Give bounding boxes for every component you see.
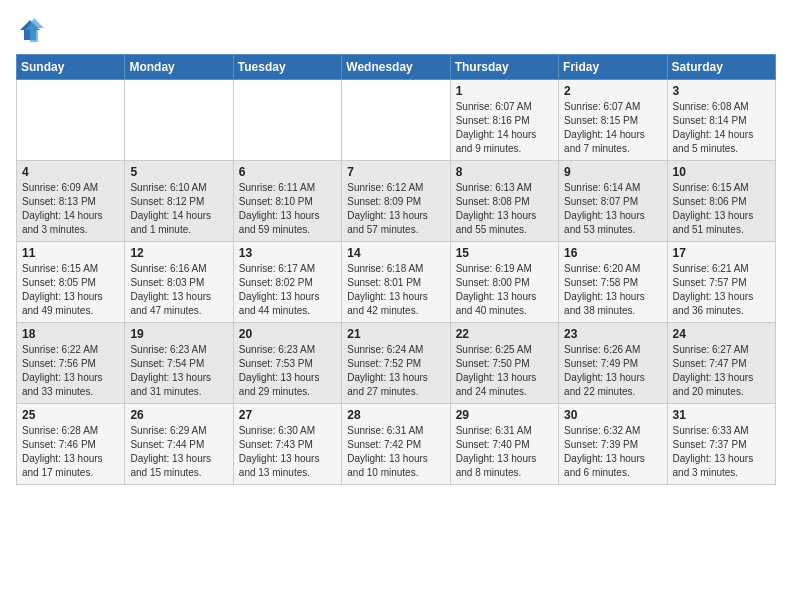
calendar-header-row: SundayMondayTuesdayWednesdayThursdayFrid… — [17, 55, 776, 80]
day-number: 29 — [456, 408, 553, 422]
day-number: 18 — [22, 327, 119, 341]
day-number: 23 — [564, 327, 661, 341]
day-number: 8 — [456, 165, 553, 179]
day-number: 4 — [22, 165, 119, 179]
day-number: 20 — [239, 327, 336, 341]
weekday-header: Friday — [559, 55, 667, 80]
day-info: Sunrise: 6:10 AM Sunset: 8:12 PM Dayligh… — [130, 181, 227, 237]
day-info: Sunrise: 6:33 AM Sunset: 7:37 PM Dayligh… — [673, 424, 770, 480]
calendar-cell: 7Sunrise: 6:12 AM Sunset: 8:09 PM Daylig… — [342, 161, 450, 242]
day-info: Sunrise: 6:31 AM Sunset: 7:42 PM Dayligh… — [347, 424, 444, 480]
day-info: Sunrise: 6:12 AM Sunset: 8:09 PM Dayligh… — [347, 181, 444, 237]
day-number: 3 — [673, 84, 770, 98]
day-number: 5 — [130, 165, 227, 179]
day-number: 17 — [673, 246, 770, 260]
calendar-table: SundayMondayTuesdayWednesdayThursdayFrid… — [16, 54, 776, 485]
day-info: Sunrise: 6:15 AM Sunset: 8:06 PM Dayligh… — [673, 181, 770, 237]
day-info: Sunrise: 6:09 AM Sunset: 8:13 PM Dayligh… — [22, 181, 119, 237]
day-info: Sunrise: 6:18 AM Sunset: 8:01 PM Dayligh… — [347, 262, 444, 318]
day-info: Sunrise: 6:23 AM Sunset: 7:54 PM Dayligh… — [130, 343, 227, 399]
day-info: Sunrise: 6:20 AM Sunset: 7:58 PM Dayligh… — [564, 262, 661, 318]
calendar-cell: 3Sunrise: 6:08 AM Sunset: 8:14 PM Daylig… — [667, 80, 775, 161]
day-info: Sunrise: 6:24 AM Sunset: 7:52 PM Dayligh… — [347, 343, 444, 399]
calendar-week-row: 18Sunrise: 6:22 AM Sunset: 7:56 PM Dayli… — [17, 323, 776, 404]
day-number: 30 — [564, 408, 661, 422]
day-info: Sunrise: 6:25 AM Sunset: 7:50 PM Dayligh… — [456, 343, 553, 399]
calendar-cell: 22Sunrise: 6:25 AM Sunset: 7:50 PM Dayli… — [450, 323, 558, 404]
day-number: 9 — [564, 165, 661, 179]
weekday-header: Saturday — [667, 55, 775, 80]
logo-icon — [16, 16, 44, 44]
day-info: Sunrise: 6:22 AM Sunset: 7:56 PM Dayligh… — [22, 343, 119, 399]
weekday-header: Monday — [125, 55, 233, 80]
calendar-week-row: 1Sunrise: 6:07 AM Sunset: 8:16 PM Daylig… — [17, 80, 776, 161]
day-info: Sunrise: 6:07 AM Sunset: 8:15 PM Dayligh… — [564, 100, 661, 156]
day-info: Sunrise: 6:15 AM Sunset: 8:05 PM Dayligh… — [22, 262, 119, 318]
day-number: 16 — [564, 246, 661, 260]
day-info: Sunrise: 6:31 AM Sunset: 7:40 PM Dayligh… — [456, 424, 553, 480]
calendar-cell: 30Sunrise: 6:32 AM Sunset: 7:39 PM Dayli… — [559, 404, 667, 485]
day-number: 22 — [456, 327, 553, 341]
calendar-cell: 27Sunrise: 6:30 AM Sunset: 7:43 PM Dayli… — [233, 404, 341, 485]
calendar-cell: 2Sunrise: 6:07 AM Sunset: 8:15 PM Daylig… — [559, 80, 667, 161]
day-info: Sunrise: 6:29 AM Sunset: 7:44 PM Dayligh… — [130, 424, 227, 480]
weekday-header: Sunday — [17, 55, 125, 80]
day-number: 2 — [564, 84, 661, 98]
calendar-cell: 12Sunrise: 6:16 AM Sunset: 8:03 PM Dayli… — [125, 242, 233, 323]
calendar-cell: 10Sunrise: 6:15 AM Sunset: 8:06 PM Dayli… — [667, 161, 775, 242]
day-info: Sunrise: 6:11 AM Sunset: 8:10 PM Dayligh… — [239, 181, 336, 237]
calendar-cell: 13Sunrise: 6:17 AM Sunset: 8:02 PM Dayli… — [233, 242, 341, 323]
day-info: Sunrise: 6:28 AM Sunset: 7:46 PM Dayligh… — [22, 424, 119, 480]
day-info: Sunrise: 6:13 AM Sunset: 8:08 PM Dayligh… — [456, 181, 553, 237]
weekday-header: Thursday — [450, 55, 558, 80]
day-number: 24 — [673, 327, 770, 341]
day-info: Sunrise: 6:32 AM Sunset: 7:39 PM Dayligh… — [564, 424, 661, 480]
day-info: Sunrise: 6:30 AM Sunset: 7:43 PM Dayligh… — [239, 424, 336, 480]
calendar-cell: 24Sunrise: 6:27 AM Sunset: 7:47 PM Dayli… — [667, 323, 775, 404]
day-number: 11 — [22, 246, 119, 260]
calendar-cell: 28Sunrise: 6:31 AM Sunset: 7:42 PM Dayli… — [342, 404, 450, 485]
day-number: 6 — [239, 165, 336, 179]
day-info: Sunrise: 6:19 AM Sunset: 8:00 PM Dayligh… — [456, 262, 553, 318]
weekday-header: Wednesday — [342, 55, 450, 80]
calendar-cell: 19Sunrise: 6:23 AM Sunset: 7:54 PM Dayli… — [125, 323, 233, 404]
calendar-cell: 26Sunrise: 6:29 AM Sunset: 7:44 PM Dayli… — [125, 404, 233, 485]
day-number: 26 — [130, 408, 227, 422]
day-number: 28 — [347, 408, 444, 422]
day-number: 31 — [673, 408, 770, 422]
calendar-cell: 25Sunrise: 6:28 AM Sunset: 7:46 PM Dayli… — [17, 404, 125, 485]
day-number: 14 — [347, 246, 444, 260]
day-info: Sunrise: 6:16 AM Sunset: 8:03 PM Dayligh… — [130, 262, 227, 318]
calendar-week-row: 25Sunrise: 6:28 AM Sunset: 7:46 PM Dayli… — [17, 404, 776, 485]
day-number: 27 — [239, 408, 336, 422]
day-number: 25 — [22, 408, 119, 422]
calendar-week-row: 11Sunrise: 6:15 AM Sunset: 8:05 PM Dayli… — [17, 242, 776, 323]
day-number: 21 — [347, 327, 444, 341]
day-info: Sunrise: 6:26 AM Sunset: 7:49 PM Dayligh… — [564, 343, 661, 399]
calendar-cell: 14Sunrise: 6:18 AM Sunset: 8:01 PM Dayli… — [342, 242, 450, 323]
day-info: Sunrise: 6:17 AM Sunset: 8:02 PM Dayligh… — [239, 262, 336, 318]
day-info: Sunrise: 6:21 AM Sunset: 7:57 PM Dayligh… — [673, 262, 770, 318]
calendar-cell: 20Sunrise: 6:23 AM Sunset: 7:53 PM Dayli… — [233, 323, 341, 404]
calendar-cell: 1Sunrise: 6:07 AM Sunset: 8:16 PM Daylig… — [450, 80, 558, 161]
calendar-cell: 17Sunrise: 6:21 AM Sunset: 7:57 PM Dayli… — [667, 242, 775, 323]
calendar-cell: 6Sunrise: 6:11 AM Sunset: 8:10 PM Daylig… — [233, 161, 341, 242]
calendar-cell: 9Sunrise: 6:14 AM Sunset: 8:07 PM Daylig… — [559, 161, 667, 242]
calendar-cell: 5Sunrise: 6:10 AM Sunset: 8:12 PM Daylig… — [125, 161, 233, 242]
day-number: 1 — [456, 84, 553, 98]
day-info: Sunrise: 6:07 AM Sunset: 8:16 PM Dayligh… — [456, 100, 553, 156]
day-number: 15 — [456, 246, 553, 260]
calendar-cell: 16Sunrise: 6:20 AM Sunset: 7:58 PM Dayli… — [559, 242, 667, 323]
day-info: Sunrise: 6:14 AM Sunset: 8:07 PM Dayligh… — [564, 181, 661, 237]
calendar-cell: 11Sunrise: 6:15 AM Sunset: 8:05 PM Dayli… — [17, 242, 125, 323]
day-number: 7 — [347, 165, 444, 179]
calendar-cell: 31Sunrise: 6:33 AM Sunset: 7:37 PM Dayli… — [667, 404, 775, 485]
calendar-cell: 29Sunrise: 6:31 AM Sunset: 7:40 PM Dayli… — [450, 404, 558, 485]
calendar-cell: 15Sunrise: 6:19 AM Sunset: 8:00 PM Dayli… — [450, 242, 558, 323]
day-number: 13 — [239, 246, 336, 260]
day-number: 12 — [130, 246, 227, 260]
day-info: Sunrise: 6:23 AM Sunset: 7:53 PM Dayligh… — [239, 343, 336, 399]
day-info: Sunrise: 6:08 AM Sunset: 8:14 PM Dayligh… — [673, 100, 770, 156]
calendar-cell — [17, 80, 125, 161]
day-number: 19 — [130, 327, 227, 341]
